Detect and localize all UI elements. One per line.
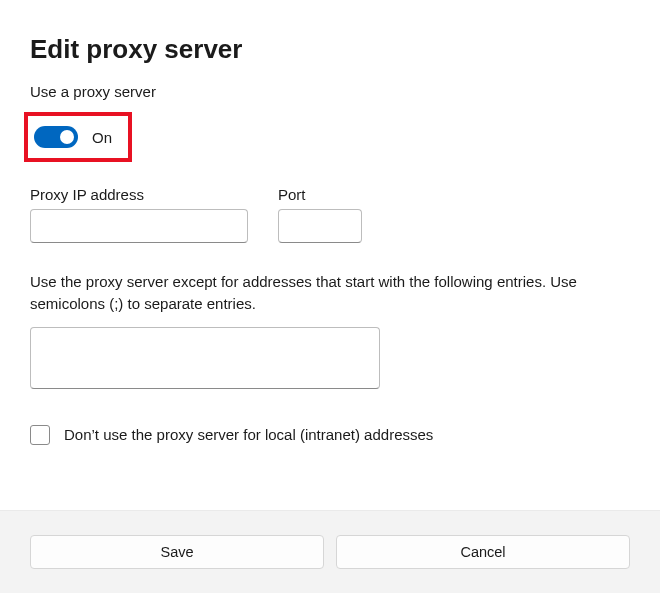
exceptions-input[interactable] <box>30 327 380 389</box>
bypass-local-checkbox[interactable] <box>30 425 50 445</box>
proxy-ip-input[interactable] <box>30 209 248 243</box>
proxy-port-input[interactable] <box>278 209 362 243</box>
edit-proxy-dialog: Edit proxy server Use a proxy server On … <box>0 0 660 510</box>
port-label: Port <box>278 186 362 203</box>
bypass-local-row: Don’t use the proxy server for local (in… <box>30 425 630 445</box>
dialog-title: Edit proxy server <box>30 34 630 65</box>
port-field: Port <box>278 186 362 243</box>
ip-label: Proxy IP address <box>30 186 248 203</box>
dialog-footer: Save Cancel <box>0 510 660 593</box>
ip-field: Proxy IP address <box>30 186 248 243</box>
toggle-state-label: On <box>92 129 112 146</box>
bypass-local-label: Don’t use the proxy server for local (in… <box>64 426 433 443</box>
address-port-row: Proxy IP address Port <box>30 186 630 243</box>
save-button[interactable]: Save <box>30 535 324 569</box>
use-proxy-label: Use a proxy server <box>30 83 630 100</box>
toggle-highlight: On <box>24 112 132 162</box>
cancel-button[interactable]: Cancel <box>336 535 630 569</box>
toggle-knob-icon <box>60 130 74 144</box>
exceptions-help-text: Use the proxy server except for addresse… <box>30 271 630 315</box>
proxy-toggle[interactable] <box>34 126 78 148</box>
